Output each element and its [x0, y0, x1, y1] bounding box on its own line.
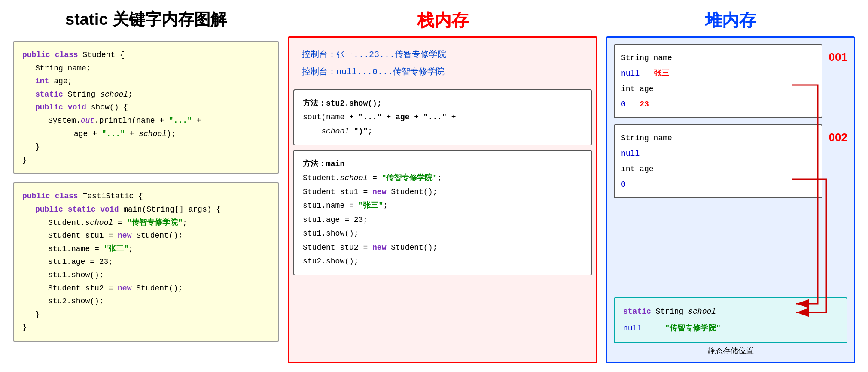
middle-panel: 栈内存 控制台：张三...23...传智专修学院 控制台：null...0...…	[288, 9, 597, 363]
code-line: String name;	[22, 62, 270, 75]
code-line: }	[22, 308, 270, 321]
code-line: Student.school = "传智专修学院";	[303, 171, 582, 185]
code-line: public class Test1Static {	[22, 190, 270, 203]
static-area-label: 静态存储位置	[614, 345, 847, 356]
code-line: sout(name + "..." + age + "..." +	[303, 110, 582, 124]
code-line: stu2.show();	[303, 254, 582, 268]
code-line: Student.school = "传智专修学院";	[22, 216, 270, 230]
heap-object-002: String name null int age 0 002	[614, 124, 847, 198]
code-line: }	[22, 154, 270, 167]
code-line: stu1.name = "张三";	[303, 199, 582, 212]
console-line-2: 控制台：null...0...传智专修学院	[302, 64, 583, 81]
heap-field-name: String name	[621, 50, 815, 66]
code-line: public void show() {	[22, 101, 270, 114]
stack-memory-area: 控制台：张三...23...传智专修学院 控制台：null...0...传智专修…	[288, 36, 597, 363]
code-line: System.out.println(name + "..." +	[22, 114, 270, 127]
code-line: stu1.age = 23;	[22, 255, 270, 269]
heap-memory-area: String name null 张三 int age 0 23 001 Str…	[606, 36, 855, 363]
stack-method-label: 方法：main	[303, 157, 582, 171]
heap-field-name: int age	[621, 81, 815, 97]
code-line: stu2.show();	[22, 295, 270, 308]
code-line: Student stu1 = new Student();	[303, 185, 582, 199]
heap-title: 堆内存	[606, 9, 855, 32]
code-line: school ")";	[303, 124, 582, 138]
code-line: }	[22, 321, 270, 334]
code-line: age + "..." + school);	[22, 127, 270, 141]
student-class-code: public class Student { String name; int …	[13, 41, 279, 174]
code-line: stu1.show();	[303, 227, 582, 240]
code-line: stu1.age = 23;	[303, 213, 582, 227]
static-field-values: null "传智专修学院"	[623, 320, 838, 337]
code-line: Student stu2 = new Student();	[303, 241, 582, 254]
static-field-decl: static String school	[623, 303, 838, 321]
heap-field-values: null	[621, 146, 815, 161]
page-title: static 关键字内存图解	[13, 9, 279, 30]
stack-frame-stu2-show: 方法：stu2.show(); sout(name + "..." + age …	[293, 89, 592, 145]
stack-title: 栈内存	[288, 9, 597, 32]
code-line: }	[22, 140, 270, 154]
heap-field-values: 0 23	[621, 97, 815, 112]
code-line: Student stu2 = new Student();	[22, 282, 270, 295]
console-line-1: 控制台：张三...23...传智专修学院	[302, 46, 583, 64]
code-line: stu1.name = "张三";	[22, 242, 270, 256]
code-line: public class Student {	[22, 48, 270, 62]
code-line: stu1.show();	[22, 269, 270, 282]
right-panel: 堆内存 String name null 张三 int age 0 23 001	[606, 9, 855, 363]
left-panel: static 关键字内存图解 public class Student { St…	[13, 9, 279, 363]
stack-frame-main: 方法：main Student.school = "传智专修学院"; Stude…	[293, 150, 592, 275]
heap-address-001: 001	[822, 44, 847, 118]
heap-field-name: String name	[621, 130, 815, 146]
heap-field-values: null 张三	[621, 66, 815, 81]
test1static-class-code: public class Test1Static { public static…	[13, 182, 279, 342]
code-line: int age;	[22, 75, 270, 88]
heap-field-name: int age	[621, 161, 815, 177]
static-storage-wrapper: static String school null "传智专修学院" 静态存储位…	[614, 295, 847, 356]
heap-object-001: String name null 张三 int age 0 23 001	[614, 44, 847, 118]
heap-field-values: 0	[621, 177, 815, 192]
code-line: static String school;	[22, 88, 270, 101]
heap-address-002: 002	[822, 124, 847, 198]
code-line: public static void main(String[] args) {	[22, 203, 270, 216]
heap-obj-box-002: String name null int age 0	[614, 124, 822, 198]
static-storage-box: static String school null "传智专修学院"	[614, 297, 847, 343]
heap-obj-box-001: String name null 张三 int age 0 23	[614, 44, 822, 118]
code-line: Student stu1 = new Student();	[22, 229, 270, 242]
stack-method-label: 方法：stu2.show();	[303, 97, 582, 110]
console-output: 控制台：张三...23...传智专修学院 控制台：null...0...传智专修…	[293, 42, 592, 85]
